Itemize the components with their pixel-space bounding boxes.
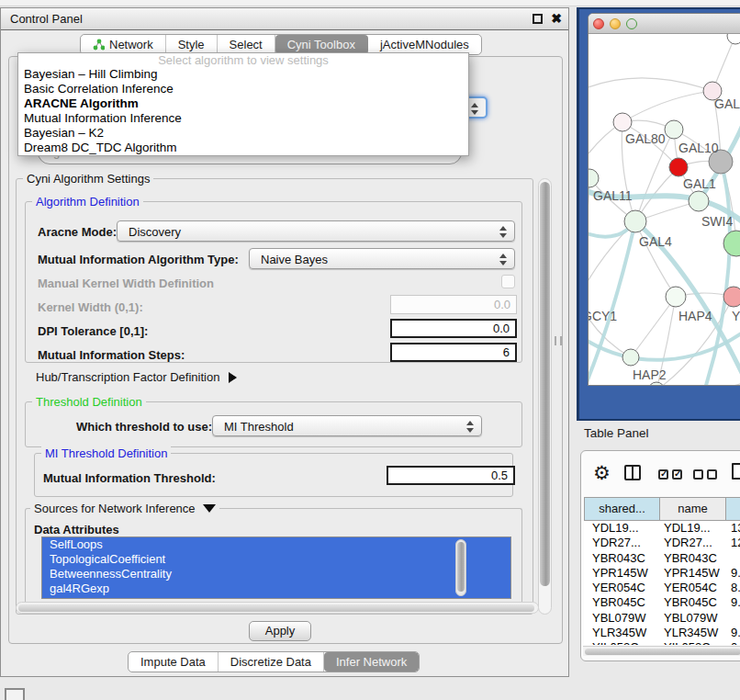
network-node-swi4[interactable] <box>689 191 709 211</box>
bottom-tab-infer-network[interactable]: Infer Network <box>324 652 419 672</box>
close-traffic-light-icon[interactable] <box>593 18 604 29</box>
column-header-extra[interactable] <box>726 497 740 521</box>
gear-icon[interactable]: ⚙ <box>593 461 611 485</box>
table-horizontal-scrollbar[interactable] <box>583 646 740 656</box>
settings-horizontal-scrollbar[interactable] <box>16 602 539 614</box>
network-node-gal1[interactable] <box>669 158 688 176</box>
algorithm-option-bayesian-hill-climbing[interactable]: Bayesian – Hill Climbing <box>18 67 468 82</box>
which-threshold-label: Which threshold to use: <box>76 420 212 434</box>
cell-name: YDL19... <box>664 521 711 535</box>
column-header-name[interactable]: name <box>660 497 726 521</box>
table-row[interactable]: YIL052CYIL052C0. <box>584 640 740 645</box>
restore-icon[interactable] <box>533 14 543 24</box>
algorithm-option-bayesian-k2[interactable]: Bayesian – K2 <box>18 126 468 141</box>
bottom-tab-impute-data[interactable]: Impute Data <box>129 652 219 672</box>
table-row[interactable]: YLR345WYLR345W9. <box>584 626 740 640</box>
network-node-gal80[interactable] <box>613 113 632 131</box>
table-row[interactable]: YBL079WYBL079W <box>584 611 740 626</box>
network-edge <box>589 78 712 91</box>
network-node[interactable] <box>723 231 740 256</box>
network-edge <box>589 178 589 299</box>
bottom-tab-discretize-data[interactable]: Discretize Data <box>219 652 324 672</box>
network-node-gal11[interactable] <box>589 169 599 187</box>
tab-jactivemnodules[interactable]: jActiveMNodules <box>368 35 481 54</box>
which-threshold-combobox[interactable]: MI Threshold <box>212 415 482 436</box>
algorithm-option-dream8-dc-tdc-algorithm[interactable]: Dream8 DC_TDC Algorithm <box>18 141 468 155</box>
select-checked-pair-icon[interactable] <box>658 469 682 480</box>
expander-expanded-icon <box>203 504 216 513</box>
data-attributes-list[interactable]: SelfLoopsTopologicalCoefficientBetweenne… <box>41 536 511 599</box>
aracne-mode-label: Aracne Mode: <box>38 225 117 239</box>
window-grid-icon[interactable] <box>5 688 25 700</box>
network-node-label: GAL4 <box>639 234 672 249</box>
sources-expander[interactable]: Sources for Network Inference <box>30 502 219 515</box>
mi-steps-field[interactable]: 6 <box>390 343 517 362</box>
table-row[interactable]: YER054CYER054C8. <box>584 581 740 595</box>
attribute-item-gal4rgexp[interactable]: gal4RGexp <box>42 581 510 596</box>
table-row[interactable]: YDL19...YDL19...13 <box>584 521 740 536</box>
network-icon <box>93 39 105 51</box>
kernel-width-field[interactable]: 0.0 <box>390 295 517 314</box>
aracne-mode-combobox[interactable]: Discovery <box>117 220 515 242</box>
network-node-label: HAP2 <box>633 367 667 382</box>
cell-value: 9. <box>731 626 740 639</box>
network-node-label: GAL1 <box>683 176 716 191</box>
settings-vertical-scrollbar[interactable] <box>538 178 552 615</box>
network-node-hap2[interactable] <box>622 349 639 366</box>
cell-shared-name: YER054C <box>592 581 645 594</box>
combo-spinner-icon <box>499 253 507 266</box>
cell-shared-name: YBR045C <box>592 595 645 609</box>
algorithm-option-aracne-algorithm[interactable]: ARACNE Algorithm <box>18 96 468 111</box>
attribute-item-betweennesscentrality[interactable]: BetweennessCentrality <box>42 567 510 581</box>
tab-label: Discretize Data <box>230 655 311 669</box>
cyni-settings-group-title: Cyni Algorithm Settings <box>23 172 153 186</box>
algorithm-definition-title: Algorithm Definition <box>32 195 143 209</box>
tab-network[interactable]: Network <box>81 35 166 54</box>
column-header-shared[interactable]: shared... <box>584 497 660 521</box>
split-table-icon[interactable] <box>624 465 641 480</box>
algorithm-option-basic-correlation-inference[interactable]: Basic Correlation Inference <box>18 82 468 96</box>
table-row[interactable]: YDR27...YDR27...12 <box>584 536 740 550</box>
cell-value: 13 <box>731 521 740 535</box>
attribute-item-selfloops[interactable]: SelfLoops <box>42 537 510 552</box>
minimize-traffic-light-icon[interactable] <box>610 18 621 29</box>
sources-title: Sources for Network Inference <box>34 502 196 515</box>
table-row[interactable]: YBR045CYBR045C9. <box>584 595 740 610</box>
network-node-gal10[interactable] <box>665 120 683 139</box>
apply-button[interactable]: Apply <box>249 621 311 641</box>
panel-divider-handle[interactable] <box>555 336 562 345</box>
control-panel-titlebar: Control Panel ✖ <box>1 8 568 30</box>
attributes-list-scrollbar[interactable] <box>455 539 466 596</box>
network-window-titlebar <box>589 14 740 34</box>
data-attributes-label: Data Attributes <box>34 523 119 536</box>
network-node-y[interactable] <box>723 287 740 307</box>
network-node-gal4[interactable] <box>624 210 646 232</box>
tab-style[interactable]: Style <box>166 35 218 54</box>
tab-cyni-toolbox[interactable]: Cyni Toolbox <box>275 35 368 54</box>
tab-select[interactable]: Select <box>218 35 275 54</box>
cell-shared-name: YDR27... <box>592 536 641 549</box>
network-canvas[interactable]: GALGAL80GAL10GAL1SWI4GAL11GAL4GCY1HAP4YH… <box>589 34 740 385</box>
network-node[interactable] <box>727 34 740 44</box>
table-row[interactable]: YPR145WYPR145W9. <box>584 566 740 581</box>
tab-label: Cyni Toolbox <box>287 38 355 51</box>
network-node-hap4[interactable] <box>666 287 686 307</box>
desktop-top-strip <box>0 0 740 6</box>
table-panel-window: ⚙ shared...name YDL19...YDL19...13YDR27.… <box>580 450 740 661</box>
mi-algorithm-type-label: Mutual Information Algorithm Type: <box>38 253 239 266</box>
mi-threshold-field[interactable]: 0.5 <box>387 466 515 485</box>
dpi-tolerance-field[interactable]: 0.0 <box>390 319 517 338</box>
application-window: Control Panel ✖ NetworkStyleSelectCyni T… <box>0 0 740 700</box>
attribute-item-topologicalcoefficient[interactable]: TopologicalCoefficient <box>42 552 510 567</box>
select-unchecked-pair-icon[interactable] <box>693 469 717 480</box>
manual-kernel-width-checkbox[interactable] <box>501 275 515 288</box>
close-icon[interactable]: ✖ <box>551 11 562 26</box>
algorithm-option-mutual-information-inference[interactable]: Mutual Information Inference <box>18 111 468 126</box>
network-node[interactable] <box>648 382 665 385</box>
zoom-traffic-light-icon[interactable] <box>626 18 637 29</box>
document-icon[interactable] <box>732 463 740 480</box>
table-row[interactable]: YBR043CYBR043C <box>584 551 740 566</box>
network-node-label: HAP4 <box>678 309 712 323</box>
mi-algorithm-type-combobox[interactable]: Naive Bayes <box>249 248 515 269</box>
hub-transcription-factor-expander[interactable]: Hub/Transcription Factor Definition <box>36 370 237 384</box>
